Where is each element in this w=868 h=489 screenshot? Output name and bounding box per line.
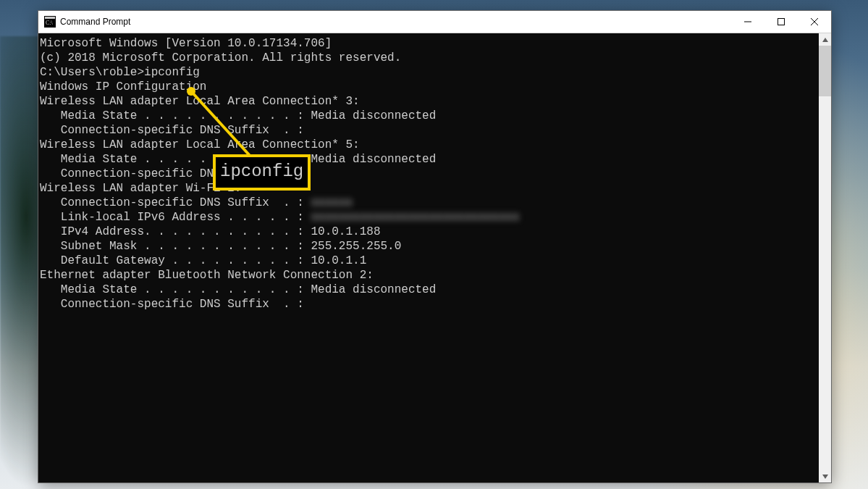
terminal-line: Wireless LAN adapter Wi-Fi 2: <box>40 181 819 196</box>
desktop-background: C:\ Command Prompt Microsoft Windows [Ve… <box>0 0 868 489</box>
svg-marker-8 <box>822 475 828 479</box>
terminal-line: Connection-specific DNS Suffix . : <box>40 167 819 181</box>
command-prompt-window: C:\ Command Prompt Microsoft Windows [Ve… <box>38 10 832 483</box>
terminal-line: Microsoft Windows [Version 10.0.17134.70… <box>40 36 819 51</box>
svg-text:C:\: C:\ <box>46 20 54 26</box>
scroll-up-button[interactable] <box>819 33 831 46</box>
terminal-line: Subnet Mask . . . . . . . . . . . : 255.… <box>40 239 819 254</box>
terminal-line: Media State . . . . . . . . . . . : Medi… <box>40 109 819 123</box>
terminal-line: Connection-specific DNS Suffix . : xxxxx… <box>40 196 819 210</box>
window-title: Command Prompt <box>60 17 130 27</box>
scrollbar-thumb[interactable] <box>819 46 831 96</box>
terminal-line: Wireless LAN adapter Local Area Connecti… <box>40 94 819 109</box>
scroll-down-button[interactable] <box>819 470 831 482</box>
terminal-line: (c) 2018 Microsoft Corporation. All righ… <box>40 51 819 65</box>
terminal-line: Link-local IPv6 Address . . . . . : xxxx… <box>40 210 819 225</box>
terminal-line: Connection-specific DNS Suffix . : <box>40 297 819 312</box>
terminal-line: Media State . . . . . . . . . . . : Medi… <box>40 283 819 297</box>
titlebar[interactable]: C:\ Command Prompt <box>38 11 831 33</box>
svg-rect-1 <box>45 17 55 19</box>
terminal-line: Ethernet adapter Bluetooth Network Conne… <box>40 268 819 283</box>
terminal-line: Wireless LAN adapter Local Area Connecti… <box>40 138 819 152</box>
terminal-line: IPv4 Address. . . . . . . . . . . : 10.0… <box>40 225 819 239</box>
close-button[interactable] <box>798 11 831 33</box>
terminal-line: Windows IP Configuration <box>40 80 819 94</box>
minimize-button[interactable] <box>731 11 764 33</box>
terminal-line: Media State . . . . . . . . . . . : Medi… <box>40 152 819 167</box>
terminal-output[interactable]: Microsoft Windows [Version 10.0.17134.70… <box>38 33 819 482</box>
svg-rect-4 <box>778 19 785 25</box>
terminal-line: Default Gateway . . . . . . . . . : 10.0… <box>40 254 819 268</box>
svg-marker-7 <box>822 38 828 42</box>
terminal-line: C:\Users\roble>ipconfig <box>40 65 819 80</box>
scrollbar[interactable] <box>819 33 831 482</box>
cmd-icon: C:\ <box>44 16 56 28</box>
maximize-button[interactable] <box>764 11 798 33</box>
annotation-label: ipconfig <box>213 154 311 191</box>
scrollbar-track[interactable] <box>819 46 831 470</box>
terminal-line: Connection-specific DNS Suffix . : <box>40 123 819 138</box>
